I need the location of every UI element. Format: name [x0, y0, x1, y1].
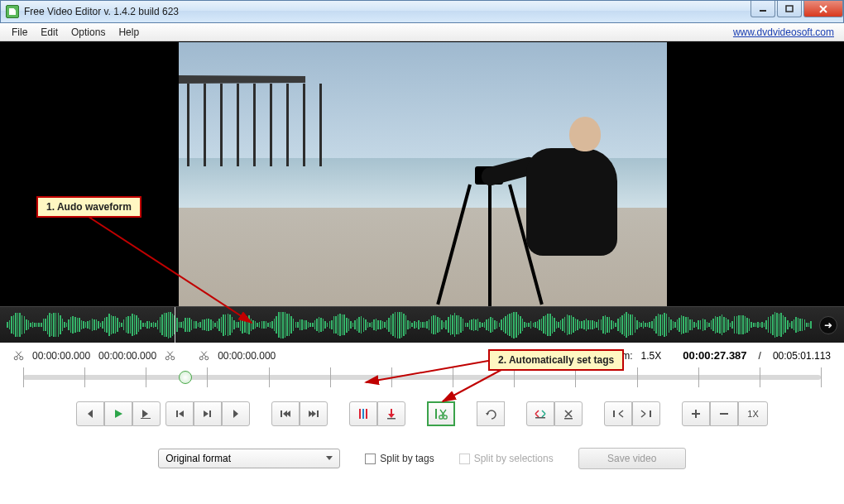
- svg-rect-10: [209, 410, 211, 417]
- svg-rect-11: [281, 410, 282, 417]
- minimize-button[interactable]: [750, 1, 775, 17]
- trim-end-icon[interactable]: [165, 350, 175, 361]
- trim-start-icon[interactable]: [13, 350, 24, 361]
- svg-rect-13: [359, 409, 361, 419]
- position-time: 00:00:27.387: [683, 349, 746, 362]
- goto-end-button[interactable]: [300, 401, 328, 426]
- svg-rect-14: [362, 409, 364, 419]
- menu-help[interactable]: Help: [112, 25, 146, 40]
- mark-in-button[interactable]: [526, 401, 554, 426]
- svg-rect-22: [564, 418, 573, 420]
- svg-rect-16: [391, 409, 392, 415]
- pier-graphic: [179, 42, 344, 166]
- svg-point-2: [14, 357, 17, 360]
- split-by-selections-checkbox: Split by selections: [459, 453, 554, 464]
- svg-point-19: [439, 415, 443, 419]
- window-title: Free Video Editor v. 1.4.2 build 623: [24, 6, 179, 17]
- app-icon: [6, 5, 19, 18]
- split-by-selections-label: Split by selections: [474, 453, 554, 464]
- play-button[interactable]: [104, 401, 132, 426]
- svg-point-20: [444, 415, 447, 419]
- titlebar: Free Video Editor v. 1.4.2 build 623: [0, 0, 844, 23]
- window-controls: [749, 1, 843, 17]
- svg-rect-24: [650, 410, 651, 417]
- prev-frame-button[interactable]: [165, 401, 194, 426]
- svg-rect-1: [786, 6, 793, 12]
- svg-rect-23: [613, 410, 615, 417]
- menubar: File Edit Options Help www.dvdvideosoft.…: [0, 23, 844, 41]
- jump-prev-mark-button[interactable]: [604, 401, 632, 426]
- split-by-tags-label: Split by tags: [380, 453, 434, 464]
- svg-rect-8: [141, 418, 151, 419]
- export-row: Original format Split by tags Split by s…: [0, 434, 844, 482]
- menu-file[interactable]: File: [5, 25, 34, 40]
- goto-start-button[interactable]: [271, 401, 300, 426]
- audio-waveform[interactable]: ➜: [0, 306, 844, 343]
- waveform-playhead: [175, 307, 175, 343]
- clear-marks-button[interactable]: [554, 401, 583, 426]
- speed-button[interactable]: 1X: [738, 401, 768, 426]
- svg-point-6: [199, 357, 203, 360]
- save-video-button[interactable]: Save video: [578, 448, 686, 469]
- timeline-handle[interactable]: [179, 371, 192, 384]
- save-video-label: Save video: [607, 453, 656, 464]
- split-by-tags-checkbox[interactable]: Split by tags: [365, 453, 434, 464]
- maximize-button[interactable]: [777, 1, 802, 17]
- play-range-button[interactable]: [132, 401, 161, 426]
- svg-rect-0: [760, 10, 766, 12]
- svg-point-4: [165, 357, 169, 360]
- svg-rect-17: [387, 418, 396, 420]
- svg-rect-12: [317, 410, 319, 417]
- zoom-in-button[interactable]: [682, 401, 710, 426]
- svg-rect-27: [720, 413, 728, 415]
- svg-point-5: [171, 357, 175, 360]
- annotation-waveform: 1. Audo waveform: [36, 196, 141, 218]
- zoom-value: 1.5X: [641, 350, 662, 362]
- jump-next-mark-button[interactable]: [632, 401, 660, 426]
- time-separator: /: [759, 350, 761, 362]
- svg-rect-26: [692, 413, 700, 415]
- zoom-out-button[interactable]: [710, 401, 738, 426]
- format-value: Original format: [165, 453, 231, 464]
- svg-rect-18: [435, 409, 437, 419]
- waveform-next-icon[interactable]: ➜: [819, 316, 837, 334]
- svg-rect-15: [366, 409, 367, 419]
- annotation-autotags: 2. Automatically set tags: [488, 349, 624, 371]
- website-link[interactable]: www.dvdvideosoft.com: [733, 26, 839, 38]
- download-marker-button[interactable]: [377, 401, 405, 426]
- menu-options[interactable]: Options: [65, 25, 112, 40]
- transport-toolbar: 1X: [0, 398, 844, 434]
- svg-rect-9: [176, 410, 178, 417]
- chevron-down-icon: [326, 456, 333, 460]
- rotate-button[interactable]: [477, 401, 505, 426]
- menu-edit[interactable]: Edit: [34, 25, 65, 40]
- timeline-slider[interactable]: [13, 365, 831, 390]
- person-graphic: [501, 117, 634, 290]
- video-preview[interactable]: [0, 41, 844, 306]
- format-select[interactable]: Original format: [158, 449, 340, 468]
- step-back-button[interactable]: [76, 401, 104, 426]
- auto-split-button[interactable]: [427, 401, 455, 426]
- set-markers-button[interactable]: [349, 401, 377, 426]
- video-frame: [179, 42, 667, 307]
- svg-point-3: [20, 357, 23, 360]
- cursor-time: 00:00:00.000: [218, 350, 276, 362]
- speed-label: 1X: [747, 409, 758, 419]
- duration-time: 00:05:01.113: [773, 350, 831, 362]
- svg-point-7: [205, 357, 209, 360]
- next-frame-button[interactable]: [194, 401, 222, 426]
- svg-rect-21: [535, 417, 545, 419]
- waveform-canvas[interactable]: [7, 312, 814, 338]
- step-forward-button[interactable]: [222, 401, 250, 426]
- trim-start-time: 00:00:00.000: [32, 350, 90, 362]
- trim-end-time: 00:00:00.000: [98, 350, 156, 362]
- timecode-row: 00:00:00.000 00:00:00.000 00:00:00.000 Z…: [0, 343, 844, 363]
- cursor-scissor-icon[interactable]: [199, 350, 209, 361]
- close-button[interactable]: [803, 1, 843, 17]
